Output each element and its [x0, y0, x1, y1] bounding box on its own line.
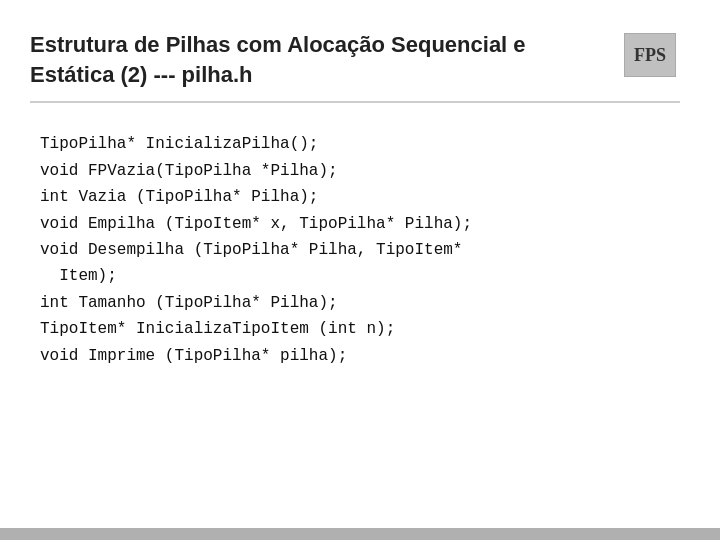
title-line1: Estrutura de Pilhas com Alocação Sequenc…: [30, 32, 526, 57]
slide-title: Estrutura de Pilhas com Alocação Sequenc…: [30, 30, 526, 89]
title-line2: Estática (2) --- pilha.h: [30, 62, 252, 87]
code-line: int Vazia (TipoPilha* Pilha);: [40, 184, 680, 210]
code-section: TipoPilha* InicializaPilha(); void FPVaz…: [30, 131, 680, 369]
bottom-bar: [0, 528, 720, 540]
code-line: void Desempilha (TipoPilha* Pilha, TipoI…: [40, 237, 680, 263]
code-line: void Empilha (TipoItem* x, TipoPilha* Pi…: [40, 211, 680, 237]
code-line: int Tamanho (TipoPilha* Pilha);: [40, 290, 680, 316]
logo-container: FPS: [620, 30, 680, 80]
code-line: TipoPilha* InicializaPilha();: [40, 131, 680, 157]
slide-container: Estrutura de Pilhas com Alocação Sequenc…: [0, 0, 720, 540]
header-section: Estrutura de Pilhas com Alocação Sequenc…: [30, 30, 680, 103]
logo-icon: FPS: [624, 33, 676, 77]
code-line: TipoItem* InicializaTipoItem (int n);: [40, 316, 680, 342]
code-line: void FPVazia(TipoPilha *Pilha);: [40, 158, 680, 184]
code-line: void Imprime (TipoPilha* pilha);: [40, 343, 680, 369]
code-line: Item);: [40, 263, 680, 289]
